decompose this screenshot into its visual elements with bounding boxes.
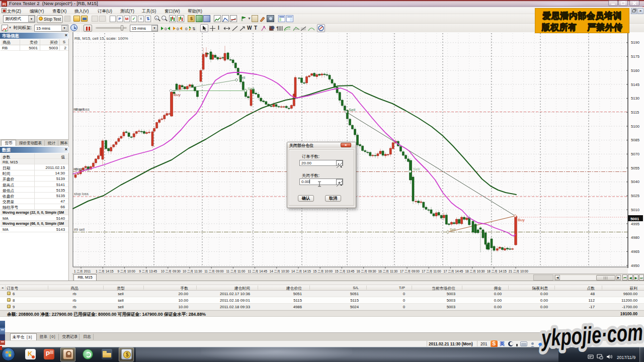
svg-text:14 二月 10:30: 14 二月 10:30 bbox=[270, 269, 289, 274]
svg-text:Sell: Sell bbox=[413, 167, 420, 171]
svg-text:10 二月 09:30: 10 二月 09:30 bbox=[161, 269, 181, 274]
svg-text:11 二月 11:00: 11 二月 11:00 bbox=[226, 269, 245, 274]
svg-text:5130: 5130 bbox=[631, 96, 639, 101]
svg-text:17 二月 14:45: 17 二月 14:45 bbox=[443, 269, 463, 274]
svg-text:16 二月 11:30: 16 二月 11:30 bbox=[378, 269, 398, 274]
svg-text:ykpojie·com: ykpojie·com bbox=[540, 319, 643, 351]
svg-text:16 二月 09:30: 16 二月 09:30 bbox=[357, 269, 376, 274]
svg-text:5070: 5070 bbox=[631, 152, 639, 156]
svg-text:5055: 5055 bbox=[631, 166, 639, 170]
svg-text:4980: 4980 bbox=[631, 235, 639, 240]
svg-text:11 二月 09:00: 11 二月 09:00 bbox=[204, 269, 224, 274]
svg-text:5085: 5085 bbox=[631, 138, 639, 142]
svg-text:10 二月 11:30: 10 二月 11:30 bbox=[183, 269, 202, 274]
svg-text:5175: 5175 bbox=[631, 54, 639, 59]
svg-text:stop loss: stop loss bbox=[75, 107, 90, 112]
svg-text:4950: 4950 bbox=[631, 263, 639, 268]
svg-text:#9 sell: #9 sell bbox=[74, 227, 85, 232]
svg-text:17 二月 09:00: 17 二月 09:00 bbox=[400, 269, 420, 274]
svg-text:Sell: Sell bbox=[238, 75, 246, 80]
svg-text:RB, M15, cell 15, scale: 100%: RB, M15, cell 15, scale: 100% bbox=[74, 36, 128, 41]
svg-text:0: 0 bbox=[177, 27, 179, 31]
svg-text:0: 0 bbox=[185, 27, 188, 31]
svg-text:5010: 5010 bbox=[631, 208, 639, 212]
svg-text:21 二月 10:00: 21 二月 10:00 bbox=[509, 269, 528, 274]
svg-text:9 二月 10:00: 9 二月 10:00 bbox=[117, 269, 135, 274]
svg-text:stop loss: stop loss bbox=[74, 192, 89, 196]
svg-text:5040: 5040 bbox=[631, 179, 639, 184]
svg-text:15 二月 10:00: 15 二月 10:00 bbox=[313, 269, 333, 274]
svg-text:17 二月 11:00: 17 二月 11:00 bbox=[422, 269, 441, 274]
svg-text:4965: 4965 bbox=[631, 249, 639, 254]
svg-text:Buy: Buy bbox=[174, 93, 181, 97]
svg-text:Buy: Buy bbox=[518, 218, 525, 222]
svg-text:Sell: Sell bbox=[248, 86, 255, 91]
svg-text:Sell: Sell bbox=[450, 228, 456, 231]
svg-text:1 二月 2011: 1 二月 2011 bbox=[74, 269, 91, 274]
svg-text:⇅: ⇅ bbox=[192, 27, 195, 31]
svg-text:Sell: Sell bbox=[349, 108, 356, 112]
svg-text:0: 0 bbox=[165, 27, 167, 31]
svg-text:5025: 5025 bbox=[631, 194, 639, 198]
svg-text:5100: 5100 bbox=[631, 124, 639, 129]
svg-text:9 二月 13:45: 9 二月 13:45 bbox=[139, 269, 157, 274]
svg-text:5001: 5001 bbox=[630, 217, 639, 221]
svg-text:15 二月 13:45: 15 二月 13:45 bbox=[335, 269, 354, 274]
svg-text:5115: 5115 bbox=[631, 110, 639, 115]
svg-text:5160: 5160 bbox=[631, 68, 639, 73]
svg-text:1 二月 14:15: 1 二月 14:15 bbox=[96, 269, 114, 274]
svg-text:18 二月 14:15: 18 二月 14:15 bbox=[487, 269, 507, 274]
svg-text:11 二月 14:45: 11 二月 14:45 bbox=[248, 269, 268, 274]
svg-text:18 二月 10:30: 18 二月 10:30 bbox=[465, 269, 485, 274]
svg-text:4995: 4995 bbox=[631, 222, 639, 226]
svg-text:5190: 5190 bbox=[631, 40, 639, 45]
svg-text:5145: 5145 bbox=[631, 82, 639, 87]
svg-text:+: + bbox=[5, 29, 7, 32]
svg-text:14 二月 14:15: 14 二月 14:15 bbox=[291, 269, 311, 274]
